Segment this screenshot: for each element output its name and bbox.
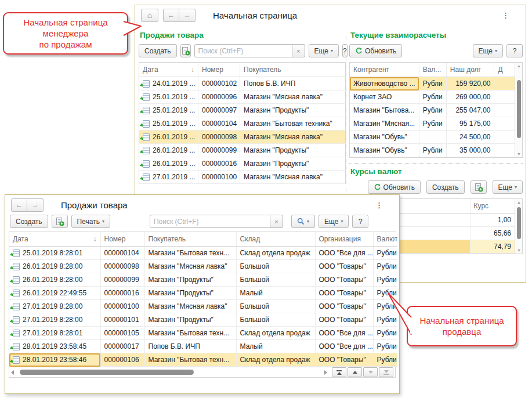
new-document-button[interactable]: [471, 180, 487, 194]
window-title: Продажи товара: [61, 200, 128, 210]
document-icon: [143, 107, 150, 114]
document-icon: [13, 316, 20, 324]
go-first-button[interactable]: [332, 367, 346, 377]
column-date[interactable]: Дата↓: [9, 232, 100, 247]
sales-table-wrap: Дата↓ Номер Покупатель Склад Организация…: [9, 232, 396, 378]
vertical-scrollbar[interactable]: ▲ ▼: [515, 199, 522, 254]
create-button[interactable]: Создать: [10, 215, 48, 228]
column-currency[interactable]: Вал...: [419, 63, 446, 77]
document-icon: [143, 120, 150, 128]
kebab-menu-icon[interactable]: ⋮: [491, 11, 520, 20]
column-debt[interactable]: Д: [494, 63, 515, 77]
create-button[interactable]: Создать: [426, 180, 465, 194]
scroll-right-icon[interactable]: [324, 370, 327, 375]
column-currency[interactable]: Валюта в: [373, 232, 397, 247]
table-row[interactable]: 27.01.2019 8:28:00000000101Магазин "Прод…: [9, 313, 397, 327]
table-row[interactable]: 26.01.2019 ...000000099Магазин "Продукты…: [139, 144, 346, 157]
table-row[interactable]: 26.01.2019 ...000000016Магазин "Продукты…: [139, 157, 346, 171]
table-row-selected[interactable]: Животноводство ...Рубли159 920,00: [350, 77, 515, 91]
sort-desc-icon: ↓: [191, 66, 194, 74]
new-document-icon: [181, 46, 190, 56]
scroll-down-icon[interactable]: ▼: [515, 152, 523, 156]
table-row-selected[interactable]: 28.01.2019 23:58:46000000106Магазин "Быт…: [9, 353, 397, 367]
refresh-button[interactable]: Обновить: [349, 44, 402, 57]
help-button[interactable]: ?: [342, 44, 348, 57]
home-button[interactable]: ⌂: [141, 9, 158, 22]
column-buyer[interactable]: Покупатель: [240, 63, 346, 77]
scroll-down-icon[interactable]: ▼: [515, 248, 523, 252]
column-warehouse[interactable]: Склад: [236, 232, 315, 247]
column-counterparty[interactable]: Контрагент: [350, 63, 419, 77]
table-row[interactable]: 26.01.2019 22:49:55000000016Магазин "Про…: [9, 287, 397, 300]
settlements-section-title: Текущие взаиморасчеты: [350, 31, 523, 39]
clear-search-button[interactable]: ×: [292, 44, 305, 57]
more-button[interactable]: Еще▾: [473, 44, 503, 57]
table-row[interactable]: Магазин "Обувь"24 500,00: [350, 131, 515, 144]
table-row[interactable]: 25.01.2019 ...000000097Магазин "Продукты…: [139, 104, 346, 117]
table-row[interactable]: Магазин "Мясная...Рубли95 175,00: [350, 117, 515, 131]
table-row[interactable]: 25.01.2019 ...000000104Магазин "Бытовая …: [139, 117, 346, 131]
print-button[interactable]: Печать▾: [71, 215, 110, 228]
scroll-up-icon[interactable]: ▲: [515, 200, 523, 204]
more-button[interactable]: Еще▾: [309, 44, 339, 57]
scrollbar-thumb[interactable]: [20, 370, 193, 375]
new-document-icon: [55, 217, 64, 226]
chevron-down-icon: ▾: [307, 219, 309, 224]
table-row[interactable]: 26.01.2019 8:28:00000000099Магазин "Прод…: [9, 273, 397, 287]
table-row[interactable]: Корнет ЗАОРубли269 000,00: [350, 91, 515, 104]
search-input[interactable]: [150, 215, 270, 228]
kebab-menu-icon[interactable]: ⋮: [365, 201, 393, 209]
new-document-button[interactable]: [180, 44, 191, 57]
table-row[interactable]: Магазин "Бытова...Рубли255 047,00: [350, 104, 515, 117]
table-row[interactable]: Магазин "Обувь"Рубли35 000,00: [350, 144, 515, 157]
rates-toolbar: Обновить Создать Еще▾: [349, 180, 523, 194]
table-row-selected[interactable]: 26.01.2019 ...000000098Магазин "Мясная л…: [139, 131, 346, 144]
column-buyer[interactable]: Покупатель: [144, 232, 236, 247]
refresh-button[interactable]: Обновить: [368, 180, 421, 194]
table-row[interactable]: 26.01.2019 8:28:00000000098Магазин "Мясн…: [9, 260, 397, 273]
column-rate[interactable]: Курс: [470, 199, 515, 214]
vertical-scrollbar[interactable]: ▲ ▼: [515, 63, 522, 157]
document-icon: [143, 80, 150, 88]
back-button[interactable]: ←: [11, 198, 27, 212]
scroll-up-icon[interactable]: ▲: [515, 64, 523, 68]
column-org[interactable]: Организация: [315, 232, 373, 247]
column-number[interactable]: Номер: [198, 63, 240, 77]
more-button[interactable]: Еще▾: [493, 180, 523, 194]
document-icon: [13, 356, 20, 364]
create-button[interactable]: Создать: [139, 44, 177, 57]
new-document-button[interactable]: [52, 215, 68, 228]
help-button[interactable]: ?: [352, 215, 368, 228]
table-row[interactable]: 28.01.2019 23:58:45000000017Попов Б.В. И…: [9, 340, 397, 353]
horizontal-scrollbar[interactable]: [9, 367, 395, 377]
column-date[interactable]: Дата↓: [139, 63, 198, 77]
column-number[interactable]: Номер: [100, 232, 144, 247]
table-row[interactable]: 27.01.2019 8:28:00000000100Магазин "Мясн…: [9, 300, 397, 313]
go-next-button[interactable]: [363, 367, 378, 377]
sales-section-toolbar: Создать × Еще▾ ?: [139, 44, 345, 57]
sales-list-table: Дата↓ Номер Покупатель 24.01.2019 ...000…: [139, 62, 346, 184]
back-button[interactable]: ←: [163, 9, 179, 22]
search-options-button[interactable]: ▾: [291, 215, 315, 228]
home-icon: ⌂: [147, 10, 152, 20]
forward-button[interactable]: →: [27, 198, 44, 212]
more-button[interactable]: Еще▾: [319, 215, 349, 228]
section-divider: [349, 163, 523, 164]
clear-search-button[interactable]: ×: [270, 215, 283, 228]
scroll-left-icon[interactable]: [11, 370, 14, 375]
go-last-button[interactable]: [379, 367, 393, 377]
new-document-icon: [474, 183, 483, 192]
go-previous-button[interactable]: [348, 367, 362, 377]
forward-button[interactable]: →: [179, 9, 196, 22]
table-header-row: Контрагент Вал... Наш долг Д: [350, 63, 515, 77]
table-row[interactable]: 27.01.2019 ...000000100Магазин "Мясная л…: [139, 171, 346, 184]
help-button[interactable]: ?: [506, 44, 523, 57]
table-row[interactable]: 27.01.2019 8:28:01000000105Магазин "Быто…: [9, 327, 397, 340]
search-input[interactable]: [194, 44, 292, 57]
table-row[interactable]: 25.01.2019 ...000000096Магазин "Мясная л…: [139, 91, 346, 104]
refresh-icon: [374, 183, 381, 191]
home-window-header: ⌂ ← → Начальная страница ⋮: [135, 5, 526, 25]
table-row[interactable]: 25.01.2019 8:28:01000000104Магазин "Быто…: [9, 247, 397, 260]
table-row[interactable]: 24.01.2019 ...000000102Попов Б.В. ИЧП: [139, 77, 346, 91]
column-our-debt[interactable]: Наш долг: [446, 63, 494, 77]
